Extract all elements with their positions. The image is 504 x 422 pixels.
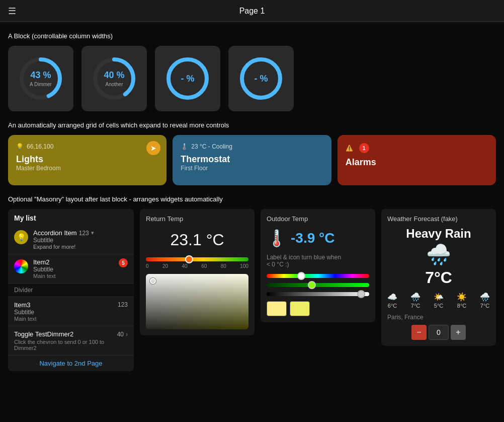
alarm-badge: 1 xyxy=(359,143,369,153)
cell-alarms[interactable]: ⚠️ 1 Alarms xyxy=(338,135,496,185)
return-temp-title: Return Temp xyxy=(146,215,248,223)
cell-lights[interactable]: 💡 66,16,100 ➤ Lights Master Bedroom xyxy=(8,135,166,185)
item2-main: Main text xyxy=(33,273,114,279)
stepper-value: 0 xyxy=(429,325,449,340)
my-list-widget: My list 💡 Accordion Item 123 ▾ Subtitle … xyxy=(8,209,134,371)
item2-badge: 5 xyxy=(119,258,128,267)
thermostat-subtitle: First Floor xyxy=(181,165,323,172)
forecast-temp-4: 8°C xyxy=(457,303,466,309)
thermostat-title: Thermostat xyxy=(181,154,323,165)
color-picker-thumb[interactable] xyxy=(150,278,156,284)
lights-icon: 💡 xyxy=(16,143,24,150)
dimmer-1-name: A Dimmer xyxy=(30,82,52,87)
block-section-label: A Block (controllable column widths) xyxy=(8,32,496,40)
dimmer-card-2[interactable]: 40 % Another xyxy=(81,46,147,111)
weather-widget: Weather Forecast (fake) Heavy Rain 🌧️ 7°… xyxy=(381,209,496,346)
gray-slider[interactable] xyxy=(267,292,369,296)
item2-content: Item2 Subtitle Main text xyxy=(33,258,114,279)
forecast-day-2: 🌧️ 7°C xyxy=(410,292,421,309)
dimmer-2-name: Another xyxy=(104,82,124,87)
accordion-expand-text: Expand for more! xyxy=(33,244,128,250)
stepper-plus-button[interactable]: + xyxy=(451,325,466,340)
forecast-day-5: 🌧️ 7°C xyxy=(480,292,490,309)
dimmer-card-3[interactable]: - % xyxy=(155,46,220,111)
lights-arrow[interactable]: ➤ xyxy=(146,141,160,155)
outdoor-temp-row: 🌡️ -3.9 °C xyxy=(267,229,369,248)
accordion-subtitle: Subtitle xyxy=(33,237,128,244)
thermostat-status: 23 °C - Cooling xyxy=(191,143,232,150)
return-temp-widget: Return Temp 23.1 °C 020406080100 xyxy=(140,209,255,335)
dimmer-card-1[interactable]: 43 % A Dimmer xyxy=(8,46,73,111)
toggle-arrow-icon[interactable]: › xyxy=(126,331,128,338)
dimmer-card-4[interactable]: - % xyxy=(228,46,294,111)
weather-forecast-row: ☁️ 6°C 🌧️ 7°C 🌤️ 5°C ☀️ 8°C 🌧️ 7°C xyxy=(387,292,490,309)
gray-slider-thumb[interactable] xyxy=(357,290,365,298)
forecast-icon-5: 🌧️ xyxy=(480,292,490,302)
return-temp-value: 23.1 °C xyxy=(146,231,248,249)
item2-icon xyxy=(14,259,28,273)
green-slider[interactable] xyxy=(267,283,369,287)
page-title: Page 1 xyxy=(239,7,265,16)
mini-box-1[interactable] xyxy=(267,301,287,316)
forecast-day-1: ☁️ 6°C xyxy=(387,292,397,309)
weather-stepper: − 0 + xyxy=(387,325,490,340)
header: ☰ Page 1 xyxy=(0,0,504,22)
weather-location: Paris, France xyxy=(387,314,490,321)
masonry-grid: My list 💡 Accordion Item 123 ▾ Subtitle … xyxy=(8,209,496,371)
item3-num: 123 xyxy=(118,301,128,308)
dimmer-1-value: 43 % xyxy=(30,70,52,81)
thermometer-icon: 🌡️ xyxy=(267,229,287,248)
mini-color-boxes xyxy=(267,301,369,316)
accordion-icon: 💡 xyxy=(14,230,28,244)
accordion-chevron-icon[interactable]: ▾ xyxy=(91,230,94,236)
outdoor-temp-desc: Label & icon turn blue when< 0 °C :) xyxy=(267,254,369,268)
grid-section-label: An automatically arranged grid of cells … xyxy=(8,121,496,129)
list-item-3[interactable]: Item3 Subtitle Main text 123 xyxy=(8,297,134,326)
item3-title: Item3 xyxy=(14,301,37,309)
return-temp-slider-thumb[interactable] xyxy=(185,255,193,263)
alarms-icon: ⚠️ xyxy=(346,145,353,152)
cell-thermostat[interactable]: 🌡️ 23 °C - Cooling Thermostat First Floo… xyxy=(173,135,331,185)
forecast-temp-5: 7°C xyxy=(480,303,489,309)
item3-subtitle: Subtitle xyxy=(14,309,37,316)
rainbow-slider[interactable] xyxy=(267,274,369,278)
rainbow-slider-thumb[interactable] xyxy=(297,272,305,280)
alarms-title: Alarms xyxy=(346,157,488,168)
thermostat-icon: 🌡️ xyxy=(181,143,188,150)
stepper-minus-button[interactable]: − xyxy=(411,325,427,340)
item2-title: Item2 xyxy=(33,258,114,266)
grid-cells: 💡 66,16,100 ➤ Lights Master Bedroom 🌡️ 2… xyxy=(8,135,496,185)
masonry-label: Optional "Masonry" layout after last blo… xyxy=(8,195,496,203)
menu-icon[interactable]: ☰ xyxy=(8,6,16,17)
forecast-temp-2: 7°C xyxy=(411,303,420,309)
return-temp-slider-labels: 020406080100 xyxy=(146,263,248,269)
mini-box-2[interactable] xyxy=(290,301,310,316)
outdoor-temp-widget: Outdoor Temp 🌡️ -3.9 °C Label & icon tur… xyxy=(261,209,375,322)
outdoor-temp-value: -3.9 °C xyxy=(291,230,334,246)
color-picker-box[interactable] xyxy=(146,274,248,329)
return-temp-slider-track[interactable] xyxy=(146,257,248,261)
forecast-day-4: ☀️ 8°C xyxy=(457,292,467,309)
weather-icon: 🌧️ xyxy=(387,243,490,266)
toggle-num: 40 xyxy=(117,331,124,338)
return-temp-slider-container: 020406080100 xyxy=(146,257,248,269)
accordion-title: Accordion Item 123 ▾ xyxy=(33,229,128,237)
toggle-row[interactable]: Toggle TestDimmer2 40 › Click the chevro… xyxy=(8,326,134,356)
dimmer-4-value: - % xyxy=(255,74,268,84)
list-divider: Divider xyxy=(8,284,134,297)
dimmer-2-value: 40 % xyxy=(104,70,124,81)
green-slider-thumb[interactable] xyxy=(308,281,316,289)
dimmer-row: 43 % A Dimmer 40 % Another xyxy=(8,46,496,111)
list-item-2[interactable]: Item2 Subtitle Main text 5 xyxy=(8,254,134,284)
forecast-temp-1: 6°C xyxy=(388,303,397,309)
forecast-day-3: 🌤️ 5°C xyxy=(434,292,444,309)
nav-link[interactable]: Navigate to 2nd Page xyxy=(8,356,134,371)
list-item-accordion[interactable]: 💡 Accordion Item 123 ▾ Subtitle Expand f… xyxy=(8,225,134,254)
dimmer-3-value: - % xyxy=(181,74,195,84)
lights-status: 66,16,100 xyxy=(27,143,53,150)
item2-subtitle: Subtitle xyxy=(33,266,114,273)
forecast-icon-1: ☁️ xyxy=(387,292,397,302)
forecast-icon-4: ☀️ xyxy=(457,292,467,302)
my-list-title: My list xyxy=(8,209,134,225)
lights-title: Lights xyxy=(16,154,158,165)
